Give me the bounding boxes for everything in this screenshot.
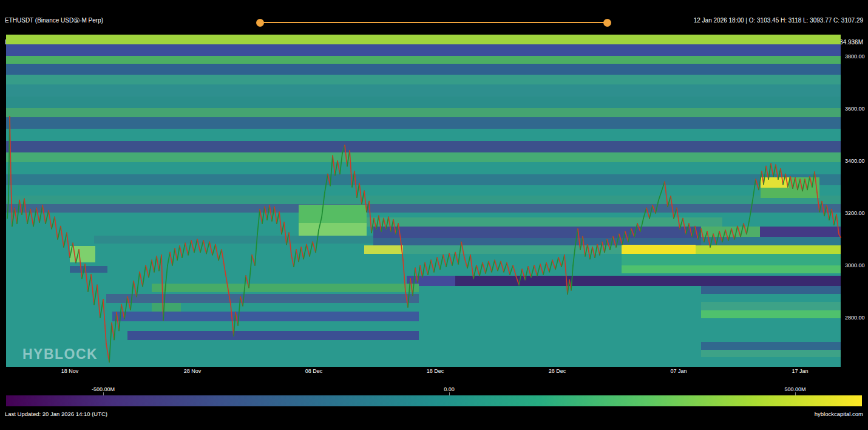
heatmap-segment — [112, 312, 419, 321]
heatmap-segment — [696, 245, 841, 254]
heatmap-segment — [367, 217, 722, 227]
heatmap-segment — [373, 227, 701, 238]
x-axis-tick-label: 07 Jan — [670, 368, 687, 374]
hyblock-watermark: HYBLOCK — [22, 346, 98, 363]
netlongs-colorbar — [6, 395, 862, 406]
heatmap-segment — [622, 245, 696, 254]
heatmap-segment — [761, 188, 819, 198]
heatmap-segment — [760, 227, 841, 237]
heatmap-stripe — [6, 35, 841, 44]
colorbar-tick-label: 0.00 — [444, 386, 455, 392]
x-axis-tick-label: 28 Nov — [184, 368, 202, 374]
heatmap-stripe — [6, 141, 841, 152]
y-axis-tick-label: 2800.00 — [845, 315, 865, 321]
heatmap-segment — [94, 236, 373, 244]
colorbar-tick-mark — [795, 392, 796, 395]
hyblock-heatmap-app: ETHUSDT (Binance USDⓈ-M Perp) Lookback: … — [0, 0, 868, 430]
x-axis-tick-label: 18 Dec — [427, 368, 444, 374]
heatmap-segment — [106, 294, 419, 303]
y-axis-tick-label: 3600.00 — [845, 106, 865, 112]
heatmap-segment — [373, 238, 701, 245]
heatmap-segment — [701, 302, 841, 310]
heatmap-segment — [127, 331, 419, 340]
heatmap-segment — [455, 276, 841, 286]
colorbar-tick-label: 500.00M — [784, 386, 805, 392]
y-axis-labels: 3800.003600.003400.003200.003000.002800.… — [845, 53, 865, 321]
heatmap-stripe — [6, 44, 841, 56]
heatmap-segment — [701, 350, 841, 357]
heatmap-stripe — [6, 97, 841, 108]
heatmap-stripe — [6, 174, 841, 185]
heatmap-segment — [70, 266, 107, 273]
heatmap-segment — [299, 205, 367, 223]
heatmap-segment — [701, 310, 841, 318]
heatmap-stripe — [6, 56, 841, 64]
x-axis-tick-label: 18 Nov — [61, 368, 79, 374]
colorbar-tick-mark — [103, 392, 104, 395]
y-axis-tick-label: 3400.00 — [845, 158, 865, 164]
heatmap-segment — [364, 245, 403, 254]
heatmap-segment — [701, 342, 841, 350]
heatmap-price-chart[interactable]: 18 Nov28 Nov08 Dec18 Dec28 Dec07 Jan17 J… — [0, 0, 868, 386]
heatmap-stripe — [6, 84, 841, 97]
heatmap-segment — [152, 284, 419, 292]
heatmap-stripe — [6, 204, 841, 213]
site-link[interactable]: hyblockcapital.com — [815, 411, 863, 417]
heatmap-stripe — [6, 117, 841, 129]
heatmap-stripe — [6, 108, 841, 117]
x-axis-tick-label: 28 Dec — [549, 368, 566, 374]
colorbar-tick-label: -500.00M — [92, 386, 115, 392]
y-axis-tick-label: 3200.00 — [845, 210, 865, 216]
x-axis-labels: 18 Nov28 Nov08 Dec18 Dec28 Dec07 Jan17 J… — [61, 368, 809, 374]
heatmap-stripe — [6, 152, 841, 162]
heatmap-segment — [701, 286, 841, 294]
x-axis-tick-label: 17 Jan — [792, 368, 808, 374]
y-axis-tick-label: 3000.00 — [845, 262, 865, 268]
heatmap-stripe — [6, 64, 841, 75]
heatmap-segment — [152, 303, 181, 312]
last-updated-label: Last Updated: 20 Jan 2026 14:10 (UTC) — [5, 411, 107, 417]
heatmap-stripe — [6, 196, 841, 204]
heatmap-segment — [622, 254, 841, 265]
heatmap-stripe — [6, 75, 841, 84]
heatmap-segment — [622, 265, 841, 273]
x-axis-tick-label: 08 Dec — [305, 368, 323, 374]
colorbar-tick-mark — [449, 392, 450, 395]
y-axis-tick-label: 3800.00 — [845, 53, 865, 60]
